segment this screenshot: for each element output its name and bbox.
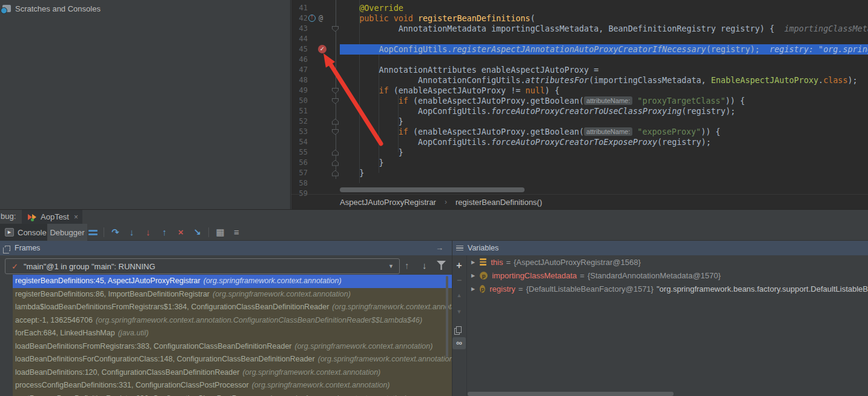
frame-package: (org.springframework.context.annotation) xyxy=(213,290,351,298)
hide-frames-icon[interactable]: → xyxy=(436,243,443,252)
project-item-scratches[interactable]: Scratches and Consoles xyxy=(2,2,101,15)
code-line-57: } xyxy=(340,168,364,178)
expand-arrow-icon[interactable]: ▶ xyxy=(471,286,475,292)
code-line-43: AnnotationMetadata importingClassMetadat… xyxy=(340,24,868,34)
stack-frame-row[interactable]: registerBeanDefinitions:45, AspectJAutoP… xyxy=(13,275,452,288)
chevron-down-icon: ▼ xyxy=(388,263,394,269)
force-step-into-icon[interactable]: ↓ xyxy=(143,227,153,237)
stack-frame-row[interactable]: processConfigBeanDefinitions:331, Config… xyxy=(13,379,452,392)
variable-row[interactable]: ▶pregistry={DefaultListableBeanFactory@1… xyxy=(467,282,868,295)
stack-frame-row[interactable]: forEach:684, LinkedHashMap(java.util) xyxy=(13,327,452,340)
line-number-48[interactable]: 48 xyxy=(291,75,308,86)
step-over-icon[interactable]: ↷ xyxy=(110,227,121,237)
line-number-41[interactable]: 41 xyxy=(291,3,308,13)
expand-arrow-icon[interactable]: ▶ xyxy=(471,273,475,278)
line-number-53[interactable]: 53 xyxy=(291,127,308,137)
run-to-cursor-icon[interactable]: ↘ xyxy=(192,227,202,237)
console-icon: ▶ xyxy=(5,228,14,237)
frame-down-icon[interactable]: ↓ xyxy=(422,260,427,270)
move-watch-down-icon[interactable]: ▼ xyxy=(452,309,466,315)
line-number-54[interactable]: 54 xyxy=(291,137,308,147)
frame-up-icon[interactable]: ↑ xyxy=(405,260,409,270)
debug-tool-window: bug: AopTest × ▶ Console Debugger ↷↓↓↑×↘… xyxy=(0,209,868,396)
variable-value: {DefaultListableBeanFactory@1571} xyxy=(526,284,654,294)
session-tab-label: AopTest xyxy=(41,212,69,221)
copy-value-icon[interactable] xyxy=(456,326,462,333)
fold-marker[interactable] xyxy=(332,98,339,104)
line-number-56[interactable]: 56 xyxy=(291,158,308,168)
add-watch-icon[interactable]: + xyxy=(452,260,466,271)
stack-frame-row[interactable]: postProcessBeanDefinitionRegistry:236, C… xyxy=(13,392,452,396)
stack-frame-row[interactable]: loadBeanDefinitionsForConfigurationClass… xyxy=(13,353,452,366)
line-number-47[interactable]: 47 xyxy=(291,65,308,75)
frame-package: (org.springframework.context.annotation) xyxy=(295,342,433,351)
breadcrumb-class[interactable]: AspectJAutoProxyRegistrar xyxy=(340,198,436,207)
expand-arrow-icon[interactable]: ▶ xyxy=(471,260,475,265)
line-number-45[interactable]: 45 xyxy=(291,44,308,55)
layout-settings-icon[interactable]: ≡ xyxy=(231,227,242,237)
frame-method: postProcessBeanDefinitionRegistry:236, C… xyxy=(15,394,266,396)
stack-frame-row[interactable]: loadBeanDefinitionsFromRegistrars:383, C… xyxy=(13,340,452,354)
line-number-58[interactable]: 58 xyxy=(291,178,308,189)
frame-package: (org.springframework.context.annotation) xyxy=(332,303,452,311)
variables-horizontal-scrollbar[interactable] xyxy=(468,392,674,396)
fold-marker[interactable] xyxy=(332,119,339,125)
line-number-44[interactable]: 44 xyxy=(291,34,308,44)
fold-marker[interactable] xyxy=(332,26,339,32)
show-execution-point-icon[interactable] xyxy=(88,230,98,235)
variable-value: {AspectJAutoProxyRegistrar@1568} xyxy=(514,258,641,267)
tab-debugger[interactable]: Debugger xyxy=(47,224,87,241)
line-number-50[interactable]: 50 xyxy=(291,96,308,106)
line-number-59[interactable]: 59 xyxy=(291,189,308,199)
code-line-45: AopConfigUtils.registerAspectJAnnotation… xyxy=(340,44,868,55)
step-into-icon[interactable]: ↓ xyxy=(127,227,137,237)
stack-frame-row[interactable]: accept:-1, 1362546706(org.springframewor… xyxy=(13,314,452,327)
variables-title: Variables xyxy=(468,244,499,252)
breadcrumb-method[interactable]: registerBeanDefinitions() xyxy=(456,198,542,207)
variable-row[interactable]: ▶pimportingClassMetadata={StandardAnnota… xyxy=(467,269,868,282)
line-number-55[interactable]: 55 xyxy=(291,147,308,158)
step-out-icon[interactable]: ↑ xyxy=(159,227,170,237)
ide-window: Scratches and Consoles @Override public … xyxy=(0,0,868,396)
code-line-47: AnnotationAttributes enableAspectJAutoPr… xyxy=(340,65,598,75)
debug-tabs-row: bug: AopTest × xyxy=(0,210,868,224)
variable-name: importingClassMetadata xyxy=(492,271,577,280)
frame-method: registerBeanDefinitions:86, ImportBeanDe… xyxy=(15,290,210,298)
remove-watch-icon[interactable]: − xyxy=(452,275,466,285)
line-number-49[interactable]: 49 xyxy=(291,86,308,96)
editor-horizontal-scrollbar[interactable] xyxy=(340,187,525,192)
fold-marker[interactable] xyxy=(332,150,339,156)
move-watch-up-icon[interactable]: ▲ xyxy=(452,292,466,298)
fold-marker[interactable] xyxy=(332,160,339,166)
code-line-55: } xyxy=(340,147,403,158)
stack-frame-row[interactable]: loadBeanDefinitions:120, ConfigurationCl… xyxy=(13,366,452,380)
line-number-57[interactable]: 57 xyxy=(291,168,308,178)
line-number-43[interactable]: 43 xyxy=(291,24,308,34)
hamburger-menu-icon[interactable] xyxy=(456,246,463,251)
line-number-46[interactable]: 46 xyxy=(291,55,308,65)
frames-vertical-scrollbar[interactable] xyxy=(446,276,448,357)
fold-marker[interactable] xyxy=(332,88,339,94)
breadcrumb: AspectJAutoProxyRegistrar › registerBean… xyxy=(291,194,868,209)
stack-frame-row[interactable]: registerBeanDefinitions:86, ImportBeanDe… xyxy=(13,288,452,301)
stack-frame-row[interactable]: lambda$loadBeanDefinitionsFromRegistrars… xyxy=(13,301,452,314)
debug-run-config-icon xyxy=(28,213,37,221)
tab-console[interactable]: ▶ Console xyxy=(0,224,47,241)
close-icon[interactable]: × xyxy=(74,213,78,221)
code-line-54: AopConfigUtils.forceAutoProxyCreatorToEx… xyxy=(340,137,711,147)
line-number-42[interactable]: 42 xyxy=(291,13,308,24)
variable-row[interactable]: ▶this={AspectJAutoProxyRegistrar@1568} xyxy=(467,255,868,269)
overriding-method-icon[interactable] xyxy=(308,15,316,22)
filter-frames-icon[interactable] xyxy=(437,261,446,270)
breakpoint-icon[interactable]: ✓ xyxy=(318,45,326,53)
tab-aoptest-session[interactable]: AopTest × xyxy=(22,210,82,224)
code-editor[interactable]: @Override public void registerBeanDefini… xyxy=(291,0,868,209)
drop-frame-icon[interactable]: × xyxy=(176,227,186,237)
thread-selector-dropdown[interactable]: ✓ "main"@1 in group "main": RUNNING ▼ xyxy=(5,258,400,274)
evaluate-expression-icon[interactable]: ▦ xyxy=(215,227,225,237)
line-number-51[interactable]: 51 xyxy=(291,106,308,116)
show-watches-icon[interactable]: ∞ xyxy=(452,337,466,349)
fold-marker[interactable] xyxy=(332,129,339,135)
fold-marker[interactable] xyxy=(332,170,339,176)
line-number-52[interactable]: 52 xyxy=(291,116,308,127)
